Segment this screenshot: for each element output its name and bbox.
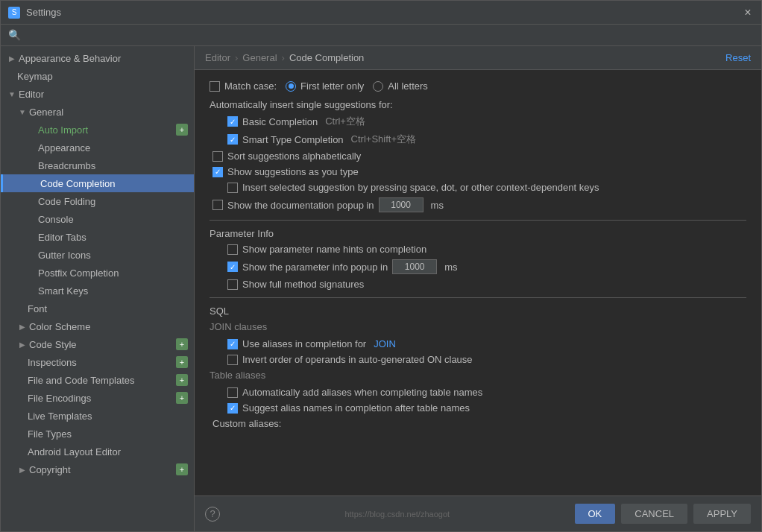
sidebar-item-live-templates[interactable]: Live Templates: [1, 407, 194, 425]
match-case-label: Match case:: [224, 80, 277, 92]
bottom-bar: ? https://blog.csdn.net/zhaogot OK CANCE…: [195, 495, 761, 531]
sidebar-label: Smart Keys: [38, 285, 88, 297]
table-aliases-label: Table aliases: [210, 370, 746, 381]
show-full-method-checkbox[interactable]: Show full method signatures: [227, 279, 364, 290]
sidebar-item-appearance-behavior[interactable]: ▶ Appearance & Behavior: [1, 49, 194, 67]
sidebar-item-editor[interactable]: ▼ Editor: [1, 85, 194, 103]
close-button[interactable]: ×: [742, 7, 754, 19]
sidebar-item-editor-tabs[interactable]: Editor Tabs: [1, 228, 194, 246]
sidebar-item-breadcrumbs[interactable]: Breadcrumbs: [1, 156, 194, 174]
auto-add-aliases-box: [227, 387, 238, 398]
use-aliases-label-before: Use aliases in completion for: [242, 338, 366, 349]
invert-order-checkbox[interactable]: Invert order of operands in auto-generat…: [227, 354, 473, 365]
sidebar-item-auto-import[interactable]: Auto Import +: [1, 121, 194, 139]
sidebar-item-file-types[interactable]: File Types: [1, 425, 194, 443]
sidebar-label: Android Layout Editor: [28, 446, 121, 457]
show-full-method-box: [227, 279, 238, 290]
show-param-popup-box: [227, 262, 238, 272]
smart-type-label: Smart Type Completion: [242, 134, 344, 145]
search-icon: 🔍: [8, 29, 21, 41]
apply-button[interactable]: APPLY: [693, 504, 751, 524]
invert-order-row: Invert order of operands in auto-generat…: [224, 354, 746, 365]
show-param-popup-label: Show the parameter info popup in: [242, 262, 388, 273]
suggest-alias-row: Suggest alias names in completion after …: [224, 402, 746, 414]
show-full-method-row: Show full method signatures: [224, 279, 746, 290]
use-aliases-row: Use aliases in completion for JOIN: [224, 338, 746, 349]
show-doc-unit: ms: [431, 200, 444, 211]
sidebar-label: Inspections: [28, 357, 77, 368]
parameter-info-header: Parameter Info: [210, 228, 746, 239]
sidebar-label: Code Style: [29, 339, 77, 350]
match-case-box: [210, 81, 220, 92]
sidebar-item-inspections[interactable]: Inspections +: [1, 353, 194, 371]
sidebar-label: Editor Tabs: [38, 232, 86, 243]
show-suggestions-checkbox[interactable]: Show suggestions as you type: [212, 166, 359, 177]
sidebar-item-code-folding[interactable]: Code Folding: [1, 192, 194, 210]
sidebar-label: Gutter Icons: [38, 250, 91, 261]
show-doc-checkbox[interactable]: Show the documentation popup in: [212, 200, 374, 211]
show-param-popup-value[interactable]: [392, 259, 437, 274]
show-doc-value[interactable]: [379, 197, 423, 212]
sidebar-item-android-layout-editor[interactable]: Android Layout Editor: [1, 443, 194, 460]
ok-button[interactable]: OK: [575, 504, 616, 524]
sidebar-label: Postfix Completion: [38, 267, 119, 279]
cancel-button[interactable]: CANCEL: [621, 504, 687, 524]
button-group: OK CANCEL APPLY: [575, 504, 752, 524]
suggest-alias-checkbox[interactable]: Suggest alias names in completion after …: [227, 402, 470, 414]
show-param-popup-unit: ms: [444, 262, 457, 273]
use-aliases-join-highlight: JOIN: [374, 338, 396, 349]
arrow-icon: ▶: [17, 339, 28, 349]
suggest-alias-box: [227, 403, 238, 414]
sidebar-item-file-code-templates[interactable]: File and Code Templates +: [1, 371, 194, 389]
sidebar-item-postfix-completion[interactable]: Postfix Completion: [1, 264, 194, 282]
sidebar-item-general[interactable]: ▼ General: [1, 103, 194, 121]
radio-all-letters-circle: [373, 81, 383, 92]
show-suggestions-box: [212, 167, 223, 177]
insert-selected-checkbox[interactable]: Insert selected suggestion by pressing s…: [227, 182, 599, 193]
radio-all-letters[interactable]: All letters: [373, 80, 427, 92]
help-button[interactable]: ?: [205, 507, 220, 522]
show-param-hints-checkbox[interactable]: Show parameter name hints on completion: [227, 244, 426, 255]
sort-suggestions-checkbox[interactable]: Sort suggestions alphabetically: [212, 151, 361, 162]
auto-add-aliases-checkbox[interactable]: Automatically add aliases when completin…: [227, 387, 482, 398]
match-case-row: Match case: First letter only All letter…: [210, 80, 746, 92]
sidebar-item-file-encodings[interactable]: File Encodings +: [1, 389, 194, 407]
match-case-checkbox[interactable]: Match case:: [210, 80, 277, 92]
arrow-icon: ▶: [17, 464, 28, 475]
app-icon: S: [8, 7, 20, 19]
smart-type-checkbox[interactable]: Smart Type Completion: [227, 134, 344, 145]
add-icon: +: [176, 392, 188, 404]
arrow-icon: ▶: [17, 321, 28, 332]
sidebar-item-font[interactable]: Font: [1, 300, 194, 317]
sidebar-item-copyright[interactable]: ▶ Copyright +: [1, 460, 194, 478]
sort-suggestions-row: Sort suggestions alphabetically: [210, 151, 746, 162]
breadcrumb-sep-2: ›: [282, 52, 285, 63]
radio-first-letter[interactable]: First letter only: [286, 80, 364, 92]
breadcrumb: Editor › General › Code Completion Reset: [195, 46, 761, 70]
sidebar-label: File Encodings: [28, 393, 91, 404]
sidebar-label: Color Scheme: [29, 321, 90, 332]
sidebar-label: Appearance & Behavior: [19, 53, 121, 64]
show-param-popup-row: Show the parameter info popup in ms: [224, 259, 746, 274]
sidebar-item-code-style[interactable]: ▶ Code Style +: [1, 335, 194, 353]
search-input[interactable]: [25, 30, 754, 41]
sidebar-item-smart-keys[interactable]: Smart Keys: [1, 282, 194, 300]
sidebar-label: Auto Import: [38, 124, 88, 136]
custom-aliases-row: Custom aliases:: [210, 418, 746, 429]
sidebar-item-color-scheme[interactable]: ▶ Color Scheme: [1, 317, 194, 335]
sidebar-item-code-completion[interactable]: Code Completion: [1, 174, 194, 192]
sidebar-label: Keymap: [17, 71, 53, 82]
sidebar-item-keymap[interactable]: Keymap: [1, 67, 194, 85]
add-icon: +: [176, 338, 188, 350]
sidebar-item-appearance[interactable]: Appearance: [1, 139, 194, 156]
sidebar-item-console[interactable]: Console: [1, 210, 194, 228]
sort-suggestions-label: Sort suggestions alphabetically: [227, 151, 361, 162]
arrow-icon: ▶: [7, 53, 17, 63]
show-param-popup-checkbox[interactable]: Show the parameter info popup in: [227, 262, 388, 273]
sql-header: SQL: [210, 305, 746, 317]
use-aliases-checkbox[interactable]: Use aliases in completion for JOIN: [227, 338, 396, 349]
sidebar-label: General: [29, 107, 63, 118]
basic-completion-checkbox[interactable]: Basic Completion: [227, 116, 318, 127]
sidebar-item-gutter-icons[interactable]: Gutter Icons: [1, 246, 194, 264]
reset-button[interactable]: Reset: [725, 52, 751, 63]
